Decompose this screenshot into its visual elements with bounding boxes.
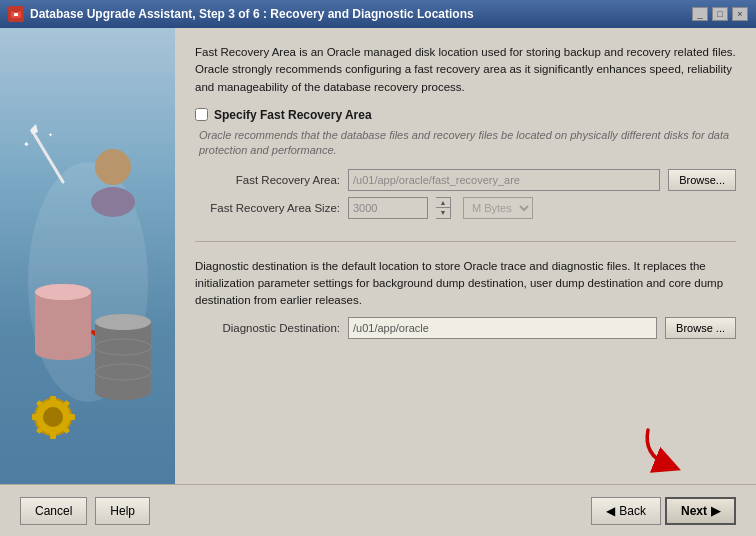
next-button[interactable]: Next ▶ <box>665 497 736 525</box>
diagnostic-description: Diagnostic destination is the default lo… <box>195 258 736 310</box>
svg-point-8 <box>95 149 131 185</box>
svg-point-9 <box>91 187 135 217</box>
bottom-right-buttons: ◀ Back Next ▶ <box>591 497 736 525</box>
fast-recovery-size-row: Fast Recovery Area Size: ▲ ▼ M Bytes G B… <box>195 197 736 219</box>
title-bar: Database Upgrade Assistant, Step 3 of 6 … <box>0 0 756 28</box>
bottom-left-buttons: Cancel Help <box>20 497 150 525</box>
svg-rect-1 <box>13 9 19 12</box>
next-button-arrow-indicator <box>638 425 688 478</box>
main-content: ✦ ✦ <box>0 28 756 536</box>
svg-line-4 <box>33 132 63 182</box>
svg-marker-5 <box>30 124 38 134</box>
back-label: Back <box>619 504 646 518</box>
back-button[interactable]: ◀ Back <box>591 497 661 525</box>
specify-fast-recovery-checkbox[interactable] <box>195 108 208 121</box>
bottom-navigation-bar: Cancel Help ◀ Back Next ▶ <box>0 484 756 536</box>
diagnostic-dest-input[interactable] <box>348 317 657 339</box>
size-spinner[interactable]: ▲ ▼ <box>436 197 451 219</box>
fast-recovery-area-label: Fast Recovery Area: <box>195 174 340 186</box>
svg-point-13 <box>35 284 91 300</box>
fast-recovery-area-row: Fast Recovery Area: Browse... <box>195 169 736 191</box>
size-unit-select[interactable]: M Bytes G Bytes <box>463 197 533 219</box>
fast-recovery-section: Specify Fast Recovery Area Oracle recomm… <box>195 108 736 225</box>
back-arrow-icon: ◀ <box>606 504 615 518</box>
svg-rect-25 <box>69 414 75 420</box>
next-label: Next <box>681 504 707 518</box>
svg-text:✦: ✦ <box>23 140 30 149</box>
svg-point-12 <box>35 344 91 360</box>
svg-rect-23 <box>50 433 56 439</box>
window-title: Database Upgrade Assistant, Step 3 of 6 … <box>30 7 474 21</box>
intro-description: Fast Recovery Area is an Oracle managed … <box>195 44 736 96</box>
svg-point-21 <box>43 407 63 427</box>
minimize-button[interactable]: _ <box>692 7 708 21</box>
fast-recovery-size-input[interactable] <box>348 197 428 219</box>
close-button[interactable]: × <box>732 7 748 21</box>
svg-text:✦: ✦ <box>48 132 53 138</box>
spinner-up-button[interactable]: ▲ <box>436 198 450 208</box>
cancel-button[interactable]: Cancel <box>20 497 87 525</box>
fast-recovery-area-input[interactable] <box>348 169 660 191</box>
svg-rect-22 <box>50 396 56 402</box>
svg-point-17 <box>95 314 151 330</box>
illustration: ✦ ✦ <box>18 122 158 442</box>
left-illustration-panel: ✦ ✦ <box>0 28 175 536</box>
diagnostic-section: Diagnostic destination is the default lo… <box>195 258 736 346</box>
svg-rect-24 <box>32 414 38 420</box>
fast-recovery-checkbox-label[interactable]: Specify Fast Recovery Area <box>214 108 372 122</box>
fast-recovery-size-label: Fast Recovery Area Size: <box>195 202 340 214</box>
svg-point-16 <box>95 384 151 400</box>
checkbox-row[interactable]: Specify Fast Recovery Area <box>195 108 736 122</box>
help-button[interactable]: Help <box>95 497 150 525</box>
fast-recovery-hint: Oracle recommends that the database file… <box>199 128 736 159</box>
diagnostic-dest-row: Diagnostic Destination: Browse ... <box>195 317 736 339</box>
svg-rect-15 <box>95 322 151 392</box>
fast-recovery-browse-button[interactable]: Browse... <box>668 169 736 191</box>
spinner-down-button[interactable]: ▼ <box>436 208 450 218</box>
next-arrow-icon: ▶ <box>711 504 720 518</box>
svg-rect-11 <box>35 292 91 352</box>
diagnostic-dest-label: Diagnostic Destination: <box>195 322 340 334</box>
app-icon <box>8 6 24 22</box>
window-controls[interactable]: _ □ × <box>692 7 748 21</box>
svg-rect-2 <box>14 13 18 16</box>
section-divider <box>195 241 736 242</box>
maximize-button[interactable]: □ <box>712 7 728 21</box>
diagnostic-browse-button[interactable]: Browse ... <box>665 317 736 339</box>
